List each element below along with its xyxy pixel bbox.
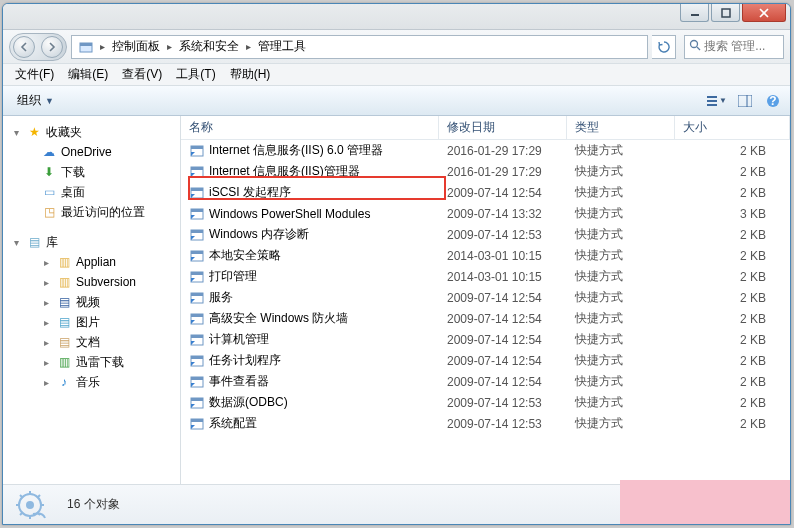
collapse-icon[interactable]: ▾ — [11, 127, 22, 138]
expand-icon[interactable]: ▸ — [41, 277, 52, 288]
menu-file[interactable]: 文件(F) — [9, 64, 60, 85]
chevron-right-icon[interactable]: ▸ — [98, 41, 107, 52]
close-button[interactable] — [742, 4, 786, 22]
list-item[interactable]: Windows PowerShell Modules2009-07-14 13:… — [181, 203, 790, 224]
explorer-window: ▸ 控制面板 ▸ 系统和安全 ▸ 管理工具 搜索 管理... 文件(F) 编辑(… — [2, 3, 791, 525]
minimize-button[interactable] — [680, 4, 709, 22]
nav-libraries[interactable]: ▾▤库 — [3, 232, 180, 252]
svg-text:?: ? — [769, 94, 776, 108]
download-icon: ⬇ — [41, 164, 57, 180]
nav-videos[interactable]: ▸▤视频 — [3, 292, 180, 312]
svg-rect-5 — [80, 43, 92, 46]
list-item[interactable]: Windows 内存诊断2009-07-14 12:53快捷方式2 KB — [181, 224, 790, 245]
shortcut-icon — [189, 164, 205, 180]
view-options-button[interactable]: ▼ — [706, 91, 728, 111]
address-bar: ▸ 控制面板 ▸ 系统和安全 ▸ 管理工具 搜索 管理... — [3, 30, 790, 64]
nav-applian[interactable]: ▸▥Applian — [3, 252, 180, 272]
item-size: 2 KB — [675, 396, 790, 410]
svg-rect-38 — [191, 377, 203, 380]
cloud-icon: ☁ — [41, 144, 57, 160]
shortcut-icon — [189, 206, 205, 222]
maximize-button[interactable] — [711, 4, 740, 22]
list-item[interactable]: 任务计划程序2009-07-14 12:54快捷方式2 KB — [181, 350, 790, 371]
search-icon — [689, 39, 701, 54]
item-name: 高级安全 Windows 防火墙 — [209, 310, 348, 327]
shortcut-icon — [189, 143, 205, 159]
breadcrumb-root-icon[interactable] — [74, 36, 98, 58]
list-item[interactable]: 本地安全策略2014-03-01 10:15快捷方式2 KB — [181, 245, 790, 266]
shortcut-icon — [189, 290, 205, 306]
list-item[interactable]: 高级安全 Windows 防火墙2009-07-14 12:54快捷方式2 KB — [181, 308, 790, 329]
desktop-icon: ▭ — [41, 184, 57, 200]
column-size[interactable]: 大小 — [675, 116, 790, 139]
menu-tools[interactable]: 工具(T) — [170, 64, 221, 85]
item-name: 计算机管理 — [209, 331, 269, 348]
nav-downloads[interactable]: ⬇下载 — [3, 162, 180, 182]
svg-rect-34 — [191, 335, 203, 338]
item-date: 2009-07-14 12:53 — [439, 396, 567, 410]
nav-buttons — [9, 33, 67, 61]
list-item[interactable]: 数据源(ODBC)2009-07-14 12:53快捷方式2 KB — [181, 392, 790, 413]
item-type: 快捷方式 — [567, 352, 675, 369]
menu-help[interactable]: 帮助(H) — [224, 64, 277, 85]
item-size: 2 KB — [675, 417, 790, 431]
item-date: 2009-07-14 12:53 — [439, 228, 567, 242]
recent-icon: ◳ — [41, 204, 57, 220]
breadcrumb[interactable]: ▸ 控制面板 ▸ 系统和安全 ▸ 管理工具 — [71, 35, 648, 59]
column-type[interactable]: 类型 — [567, 116, 675, 139]
breadcrumb-seg-1[interactable]: 系统和安全 — [174, 36, 244, 58]
list-item[interactable]: Internet 信息服务(IIS)管理器2016-01-29 17:29快捷方… — [181, 161, 790, 182]
shortcut-icon — [189, 311, 205, 327]
list-item[interactable]: Internet 信息服务(IIS) 6.0 管理器2016-01-29 17:… — [181, 140, 790, 161]
list-item[interactable]: iSCSI 发起程序2009-07-14 12:54快捷方式2 KB — [181, 182, 790, 203]
expand-icon[interactable]: ▸ — [41, 297, 52, 308]
preview-pane-button[interactable] — [734, 91, 756, 111]
nav-thunder[interactable]: ▸▥迅雷下载 — [3, 352, 180, 372]
expand-icon[interactable]: ▸ — [41, 377, 52, 388]
expand-icon[interactable]: ▸ — [41, 317, 52, 328]
menu-view[interactable]: 查看(V) — [116, 64, 168, 85]
nav-onedrive[interactable]: ☁OneDrive — [3, 142, 180, 162]
list-item[interactable]: 事件查看器2009-07-14 12:54快捷方式2 KB — [181, 371, 790, 392]
svg-rect-26 — [191, 251, 203, 254]
nav-pane: ▾★收藏夹 ☁OneDrive ⬇下载 ▭桌面 ◳最近访问的位置 ▾▤库 ▸▥A… — [3, 116, 181, 484]
folder-icon: ▥ — [56, 354, 72, 370]
expand-icon[interactable]: ▸ — [41, 257, 52, 268]
expand-icon[interactable]: ▸ — [41, 337, 52, 348]
search-input[interactable]: 搜索 管理... — [684, 35, 784, 59]
svg-rect-9 — [707, 100, 717, 102]
status-bar: 16 个对象 — [3, 484, 790, 524]
nav-recent[interactable]: ◳最近访问的位置 — [3, 202, 180, 222]
help-button[interactable]: ? — [762, 91, 784, 111]
breadcrumb-seg-2[interactable]: 管理工具 — [253, 36, 311, 58]
nav-subversion[interactable]: ▸▥Subversion — [3, 272, 180, 292]
decorative-overlay — [620, 480, 790, 524]
back-button[interactable] — [13, 36, 35, 58]
svg-rect-28 — [191, 272, 203, 275]
collapse-icon[interactable]: ▾ — [11, 237, 22, 248]
expand-icon[interactable]: ▸ — [41, 357, 52, 368]
nav-music[interactable]: ▸♪音乐 — [3, 372, 180, 392]
column-date[interactable]: 修改日期 — [439, 116, 567, 139]
column-name[interactable]: 名称 — [181, 116, 439, 139]
list-item[interactable]: 计算机管理2009-07-14 12:54快捷方式2 KB — [181, 329, 790, 350]
item-date: 2016-01-29 17:29 — [439, 165, 567, 179]
chevron-right-icon[interactable]: ▸ — [244, 41, 253, 52]
nav-documents[interactable]: ▸▤文档 — [3, 332, 180, 352]
shortcut-icon — [189, 185, 205, 201]
chevron-right-icon[interactable]: ▸ — [165, 41, 174, 52]
list-item[interactable]: 服务2009-07-14 12:54快捷方式2 KB — [181, 287, 790, 308]
refresh-button[interactable] — [652, 35, 676, 59]
nav-desktop[interactable]: ▭桌面 — [3, 182, 180, 202]
item-size: 2 KB — [675, 312, 790, 326]
breadcrumb-seg-0[interactable]: 控制面板 — [107, 36, 165, 58]
list-item[interactable]: 系统配置2009-07-14 12:53快捷方式2 KB — [181, 413, 790, 434]
nav-favorites[interactable]: ▾★收藏夹 — [3, 122, 180, 142]
organize-button[interactable]: 组织 ▼ — [9, 89, 62, 112]
menu-edit[interactable]: 编辑(E) — [62, 64, 114, 85]
list-item[interactable]: 打印管理2014-03-01 10:15快捷方式2 KB — [181, 266, 790, 287]
item-type: 快捷方式 — [567, 247, 675, 264]
item-type: 快捷方式 — [567, 268, 675, 285]
nav-pictures[interactable]: ▸▤图片 — [3, 312, 180, 332]
forward-button[interactable] — [41, 36, 63, 58]
